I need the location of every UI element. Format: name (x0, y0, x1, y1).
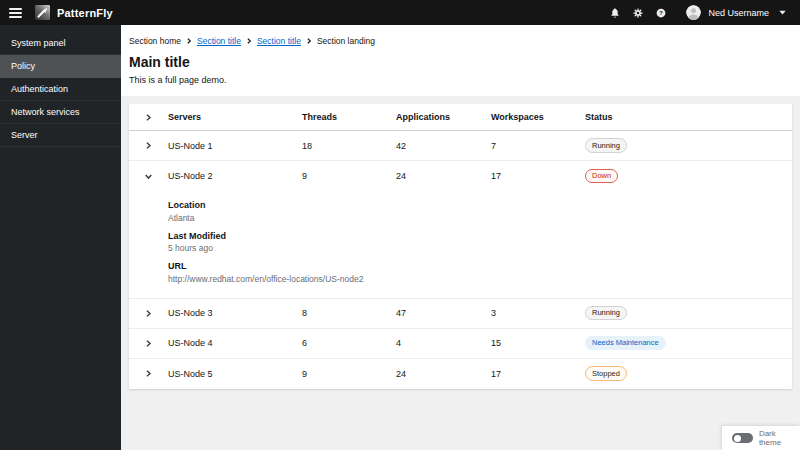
toggle-knob-icon (734, 435, 741, 442)
server-name: US-Node 2 (168, 171, 302, 181)
table-header-row: Servers Threads Applications Workspaces … (129, 104, 792, 131)
server-name: US-Node 3 (168, 308, 302, 318)
expand-cell (129, 329, 168, 358)
brand[interactable]: PatternFly (35, 5, 113, 20)
breadcrumb-link[interactable]: Section title (197, 36, 241, 46)
theme-toggle-card: Dark theme (722, 426, 800, 450)
status-badge: Needs Maintenance (585, 336, 666, 351)
column-header-workspaces: Workspaces (491, 112, 585, 122)
page-title: Main title (129, 54, 784, 70)
chevron-right-icon (145, 340, 152, 347)
applications-value: 24 (396, 171, 491, 181)
server-name: US-Node 1 (168, 141, 302, 151)
expand-toggle[interactable] (143, 338, 154, 349)
expand-toggle[interactable] (143, 140, 154, 151)
sidebar: System panel Policy Authentication Netwo… (0, 25, 121, 450)
page-description: This is a full page demo. (129, 75, 784, 85)
breadcrumb-item: Section home (129, 36, 181, 46)
caret-down-icon (779, 10, 786, 15)
settings-button[interactable] (626, 3, 649, 23)
detail-value: http://www.redhat.com/en/office-location… (168, 274, 776, 284)
applications-value: 42 (396, 141, 491, 151)
brand-name: PatternFly (57, 7, 113, 19)
table-row-us-node-2: US-Node 2 9 24 17 Down (129, 161, 792, 191)
sidebar-item-system-panel[interactable]: System panel (0, 32, 121, 55)
detail-label: Last Modified (168, 231, 776, 241)
chevron-right-icon (145, 370, 152, 377)
dark-theme-toggle[interactable] (732, 433, 753, 443)
threads-value: 8 (302, 308, 396, 318)
expand-cell (129, 131, 168, 160)
hamburger-bar (9, 12, 22, 14)
applications-value: 24 (396, 369, 491, 379)
patternfly-logo-icon (35, 5, 50, 20)
collapse-all-toggle[interactable] (143, 112, 154, 123)
collapse-toggle[interactable] (143, 171, 154, 182)
expand-cell (129, 299, 168, 328)
sidebar-item-label: Policy (11, 61, 35, 71)
sidebar-item-label: System panel (11, 38, 66, 48)
threads-value: 9 (302, 369, 396, 379)
sidebar-item-network-services[interactable]: Network services (0, 101, 121, 124)
applications-value: 47 (396, 308, 491, 318)
breadcrumb-separator-icon (186, 38, 192, 44)
threads-value: 9 (302, 171, 396, 181)
user-menu[interactable]: Ned Username (686, 5, 786, 20)
expanded-row-content: Location Atlanta Last Modified 5 hours a… (129, 191, 792, 299)
workspaces-value: 3 (491, 308, 585, 318)
status-badge: Stopped (585, 366, 627, 381)
svg-text:?: ? (659, 9, 663, 16)
masthead: PatternFly (0, 0, 800, 25)
bell-icon (610, 8, 620, 18)
chevron-down-icon (145, 173, 152, 180)
expand-toggle[interactable] (143, 308, 154, 319)
sidebar-item-label: Server (11, 130, 38, 140)
hamburger-bar (9, 8, 22, 10)
column-header-status: Status (585, 112, 792, 122)
column-header-threads: Threads (302, 112, 396, 122)
table-row-us-node-3: US-Node 3 8 47 3 Running (129, 299, 792, 329)
status-badge: Running (585, 306, 627, 321)
sidebar-item-label: Network services (11, 107, 80, 117)
expand-cell (129, 161, 168, 191)
table-row-us-node-4: US-Node 4 6 4 15 Needs Maintenance (129, 329, 792, 359)
user-name: Ned Username (708, 8, 769, 18)
sidebar-item-authentication[interactable]: Authentication (0, 78, 121, 101)
threads-value: 6 (302, 338, 396, 348)
applications-value: 4 (396, 338, 491, 348)
page-header: Section home Section title Section title… (121, 25, 800, 96)
breadcrumb-link[interactable]: Section title (257, 36, 301, 46)
sidebar-item-policy[interactable]: Policy (0, 55, 121, 78)
expand-cell (129, 359, 168, 389)
app-root: PatternFly (0, 0, 800, 450)
threads-value: 18 (302, 141, 396, 151)
notifications-button[interactable] (603, 3, 626, 23)
help-button[interactable]: ? (649, 3, 672, 23)
nav-toggle-button[interactable] (9, 8, 22, 18)
workspaces-value: 7 (491, 141, 585, 151)
header-expand-cell (129, 104, 168, 130)
server-name: US-Node 5 (168, 369, 302, 379)
expand-toggle[interactable] (143, 368, 154, 379)
table-row-us-node-5: US-Node 5 9 24 17 Stopped (129, 359, 792, 389)
workspaces-value: 17 (491, 171, 585, 181)
avatar (686, 5, 701, 20)
gear-icon (633, 8, 643, 18)
question-circle-icon: ? (656, 8, 666, 18)
detail-value: 5 hours ago (168, 243, 776, 253)
workspaces-value: 17 (491, 369, 585, 379)
detail-url: URL http://www.redhat.com/en/office-loca… (168, 261, 776, 284)
masthead-left: PatternFly (9, 5, 113, 20)
detail-location: Location Atlanta (168, 200, 776, 223)
status-badge: Down (585, 169, 618, 184)
breadcrumb-separator-icon (246, 38, 252, 44)
servers-table: Servers Threads Applications Workspaces … (129, 104, 792, 389)
sidebar-item-server[interactable]: Server (0, 124, 121, 147)
column-header-servers: Servers (168, 112, 302, 122)
hamburger-bar (9, 16, 22, 18)
sidebar-item-label: Authentication (11, 84, 68, 94)
detail-label: Location (168, 200, 776, 210)
content-section: Servers Threads Applications Workspaces … (121, 96, 800, 397)
chevron-right-icon (145, 310, 152, 317)
dark-theme-label: Dark theme (759, 429, 800, 447)
